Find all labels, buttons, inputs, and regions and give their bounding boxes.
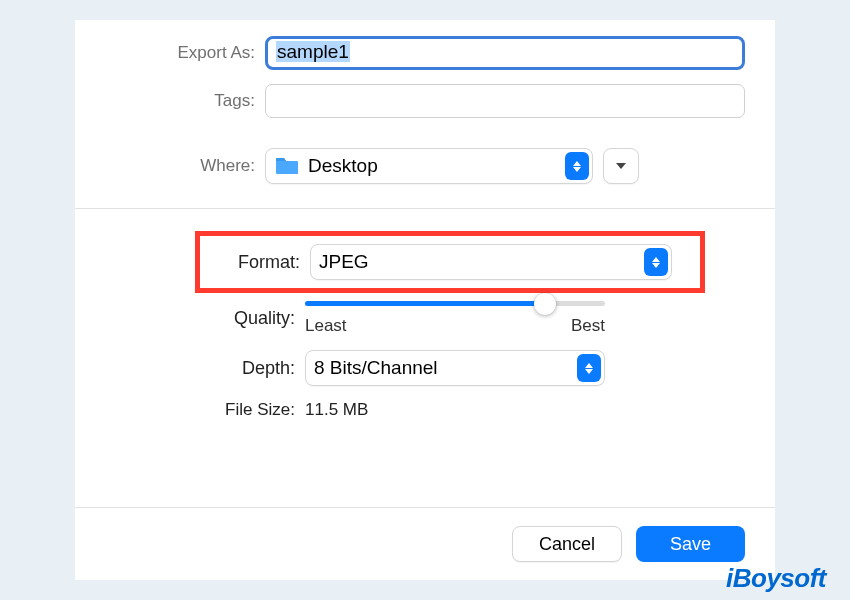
where-select[interactable]: Desktop (265, 148, 593, 184)
export-as-label: Export As: (105, 43, 265, 63)
slider-thumb[interactable] (534, 293, 556, 315)
quality-slider[interactable] (305, 301, 605, 306)
updown-stepper-icon (644, 248, 668, 276)
format-select[interactable]: JPEG (310, 244, 672, 280)
filename-value: sample1 (276, 41, 350, 62)
depth-label: Depth: (105, 358, 305, 379)
filesize-row: File Size: 11.5 MB (105, 400, 745, 420)
slider-max-label: Best (571, 316, 605, 336)
slider-labels: Least Best (305, 316, 605, 336)
where-row: Where: Desktop (105, 148, 745, 184)
quality-row: Quality: Least Best (105, 301, 745, 336)
chevron-down-icon (616, 163, 626, 169)
updown-stepper-icon (577, 354, 601, 382)
slider-min-label: Least (305, 316, 347, 336)
quality-slider-wrap: Least Best (305, 301, 745, 336)
format-value: JPEG (319, 251, 369, 273)
slider-fill (305, 301, 545, 306)
where-value: Desktop (308, 155, 378, 177)
tags-label: Tags: (105, 91, 265, 111)
depth-select[interactable]: 8 Bits/Channel (305, 350, 605, 386)
where-label: Where: (105, 156, 265, 176)
export-dialog: Export As: sample1 Tags: Where: D (75, 20, 775, 580)
format-row: Format: JPEG (210, 244, 700, 280)
updown-stepper-icon (565, 152, 589, 180)
save-button[interactable]: Save (636, 526, 745, 562)
expand-button[interactable] (603, 148, 639, 184)
format-highlight: Format: JPEG (195, 231, 705, 293)
export-as-input[interactable]: sample1 (265, 36, 745, 70)
depth-value: 8 Bits/Channel (314, 357, 438, 379)
watermark: iBoysoft (726, 563, 826, 594)
depth-row: Depth: 8 Bits/Channel (105, 350, 745, 386)
tags-row: Tags: (105, 84, 745, 118)
tags-input[interactable] (265, 84, 745, 118)
where-controls: Desktop (265, 148, 639, 184)
button-bar: Cancel Save (75, 507, 775, 580)
file-section: Export As: sample1 Tags: Where: D (75, 20, 775, 208)
quality-label: Quality: (105, 308, 305, 329)
options-section: Format: JPEG Quality: L (75, 208, 775, 464)
filesize-label: File Size: (105, 400, 305, 420)
folder-icon (274, 156, 300, 176)
export-as-row: Export As: sample1 (105, 36, 745, 70)
filesize-value: 11.5 MB (305, 400, 368, 420)
cancel-button[interactable]: Cancel (512, 526, 622, 562)
format-label: Format: (210, 252, 310, 273)
